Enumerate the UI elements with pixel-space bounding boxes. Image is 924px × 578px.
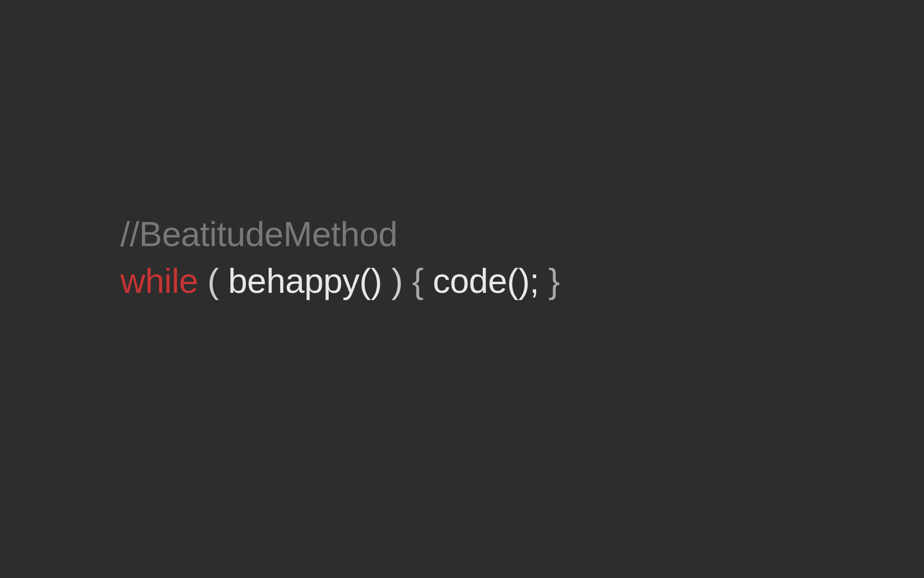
close-brace: }: [539, 262, 560, 300]
open-brace: {: [412, 262, 433, 300]
code-comment-line: //BeatitudeMethod: [120, 211, 560, 258]
body-call: code();: [433, 262, 539, 300]
close-paren: ): [382, 262, 412, 300]
condition-call: behappy(): [228, 262, 382, 300]
code-comment-text: //BeatitudeMethod: [120, 215, 398, 253]
keyword-while: while: [120, 262, 198, 300]
open-paren: (: [198, 262, 228, 300]
code-wallpaper-text: //BeatitudeMethod while ( behappy() ) { …: [0, 211, 560, 304]
code-statement-line: while ( behappy() ) { code(); }: [120, 258, 560, 304]
